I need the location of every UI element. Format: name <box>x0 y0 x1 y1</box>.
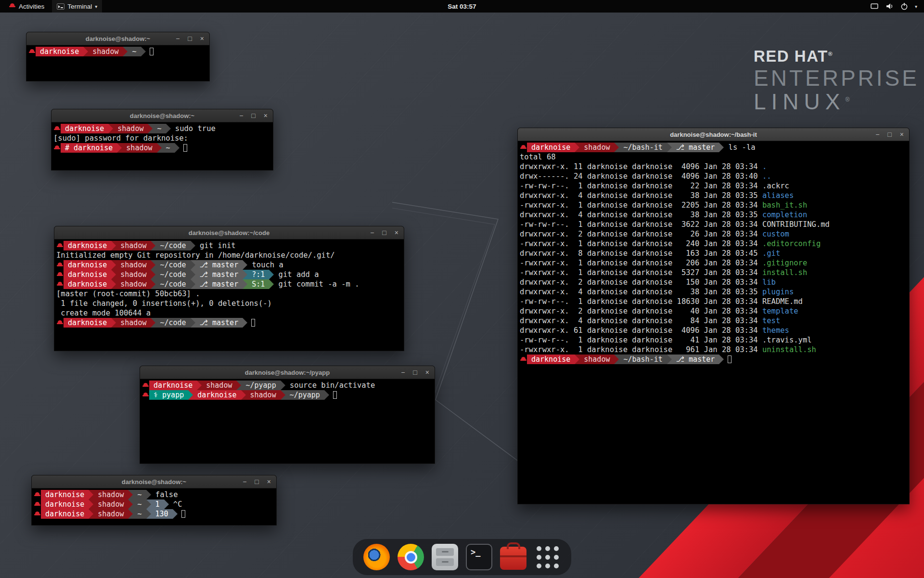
command-text: sudo true <box>171 124 216 133</box>
app-menu-terminal[interactable]: Terminal ▾ <box>52 0 102 13</box>
powerline-separator <box>191 270 195 279</box>
terminal-body[interactable]: darknoiseshadow~/bash-it⎇ master ls -lat… <box>518 141 909 364</box>
maximize-button[interactable]: □ <box>255 475 258 488</box>
output-text: completion <box>762 210 807 219</box>
minimize-button[interactable]: − <box>176 32 180 45</box>
grid-dot <box>537 546 541 551</box>
powerline-separator <box>157 143 162 153</box>
terminal-window-code[interactable]: darknoise@shadow:~/code − □ × darknoises… <box>54 226 404 351</box>
output-text: -rw-rw-r--. 1 darknoise darknoise 3622 J… <box>520 220 762 229</box>
window-titlebar[interactable]: darknoise@shadow:~ − □ × <box>26 32 209 45</box>
terminal-body[interactable]: darknoiseshadow~ sudo true[sudo] passwor… <box>51 122 273 153</box>
firefox-icon[interactable] <box>363 544 390 570</box>
minimize-button[interactable]: − <box>243 475 246 488</box>
redhat-prompt-icon <box>520 143 527 152</box>
terminal-window-sudo[interactable]: darknoise@shadow:~ − □ × darknoiseshadow… <box>51 109 273 171</box>
powerline-separator <box>667 143 672 152</box>
files-icon[interactable] <box>432 544 458 570</box>
powerline-separator <box>128 509 133 519</box>
system-status-area[interactable]: ▾ <box>870 2 924 11</box>
powerline-separator <box>89 509 93 519</box>
prompt-segment-git: ⎇ master <box>195 260 243 270</box>
output-text: drwxrwxr-x. 8 darknoise darknoise 163 Ja… <box>520 249 762 258</box>
terminal-window-exit-codes[interactable]: darknoise@shadow:~ − □ × darknoiseshadow… <box>31 475 277 525</box>
window-title: darknoise@shadow:~/bash-it <box>518 131 909 138</box>
top-bar: Activities Terminal ▾ Sat 03:57 ▾ <box>0 0 924 13</box>
minimize-button[interactable]: − <box>875 128 879 141</box>
window-controls: − □ × <box>243 475 276 488</box>
terminal-prompt-glyph: >_ <box>471 547 480 557</box>
output-text: README.md <box>762 297 803 306</box>
maximize-button[interactable]: □ <box>382 226 386 239</box>
powerline-separator <box>151 318 155 328</box>
maximize-button[interactable]: □ <box>413 366 417 379</box>
powerline-separator <box>575 355 579 364</box>
minimize-button[interactable]: − <box>370 226 374 239</box>
terminal-window-pyapp[interactable]: darknoise@shadow:~/pyapp − □ × darknoise… <box>140 366 435 464</box>
brand-redhat-line: RED HAT® <box>754 48 919 65</box>
close-button[interactable]: × <box>267 475 271 488</box>
window-controls: − □ × <box>875 128 909 141</box>
prompt-segment-host: shadow <box>579 143 614 152</box>
close-button[interactable]: × <box>900 128 904 141</box>
redhat-prompt-icon <box>53 124 61 133</box>
prompt-segment-host: shadow <box>122 143 156 153</box>
powerline-separator <box>146 509 151 519</box>
output-text: drwxrwxr-x. 11 darknoise darknoise 4096 … <box>520 162 762 171</box>
activities-label: Activities <box>19 3 44 10</box>
prompt-segment-user: darknoise <box>64 279 111 289</box>
prompt-segment-user: darknoise <box>193 390 241 400</box>
terminal-window-home-small[interactable]: darknoise@shadow:~ − □ × darknoiseshadow… <box>26 32 210 81</box>
powerline-separator <box>111 241 116 250</box>
terminal-body[interactable]: darknoiseshadow~ falsedarknoiseshadow~1 … <box>32 488 276 519</box>
prompt-segment-git: ⎇ master <box>195 270 243 279</box>
prompt-segment-dirty: ?:1 <box>247 270 269 279</box>
close-button[interactable]: × <box>425 366 429 379</box>
output-text: themes <box>762 326 789 335</box>
window-titlebar[interactable]: darknoise@shadow:~ − □ × <box>51 109 273 122</box>
close-button[interactable]: × <box>200 32 204 45</box>
terminal-window-bash-it[interactable]: darknoise@shadow:~/bash-it − □ × darknoi… <box>517 128 910 504</box>
command-text: false <box>151 490 178 499</box>
close-button[interactable]: × <box>395 226 398 239</box>
chrome-icon[interactable] <box>398 544 424 570</box>
maximize-button[interactable]: □ <box>251 109 255 122</box>
redhat-prompt-icon <box>34 509 41 519</box>
prompt-segment-user: darknoise <box>64 241 111 250</box>
maximize-button[interactable]: □ <box>188 32 192 45</box>
grid-dot <box>554 546 559 551</box>
close-button[interactable]: × <box>264 109 268 122</box>
prompt-segment-host: shadow <box>93 499 128 509</box>
powerline-separator <box>117 143 122 153</box>
toolbox-icon[interactable] <box>500 547 526 570</box>
terminal-line: darknoiseshadow~1 ^C <box>34 499 275 509</box>
terminal-body[interactable]: darknoiseshadow~/code git initInitialize… <box>54 239 404 328</box>
window-titlebar[interactable]: darknoise@shadow:~ − □ × <box>32 475 276 488</box>
prompt-segment-path: ~ <box>153 124 166 133</box>
clock[interactable]: Sat 03:57 <box>448 3 476 10</box>
terminal-icon[interactable]: >_ <box>466 544 492 570</box>
window-titlebar[interactable]: darknoise@shadow:~/pyapp − □ × <box>140 366 435 379</box>
terminal-body[interactable]: darknoiseshadow~/pyapp source bin/activa… <box>140 379 435 400</box>
maximize-button[interactable]: □ <box>887 128 891 141</box>
prompt-segment-host: shadow <box>88 47 123 56</box>
redhat-prompt-icon <box>56 260 64 270</box>
terminal-line: drwxrwxr-x. 11 darknoise darknoise 4096 … <box>520 162 908 171</box>
activities-button[interactable]: Activities <box>5 0 48 13</box>
output-text: -rw-rw-r--. 1 darknoise darknoise 22 Jan… <box>520 182 762 190</box>
powerline-separator <box>83 47 88 56</box>
chevron-down-icon: ▾ <box>95 4 97 9</box>
prompt-segment-user: darknoise <box>527 143 575 152</box>
window-titlebar[interactable]: darknoise@shadow:~/code − □ × <box>54 226 404 239</box>
window-titlebar[interactable]: darknoise@shadow:~/bash-it − □ × <box>518 128 909 141</box>
prompt-segment-path: ~/pyapp <box>241 381 280 390</box>
prompt-segment-staged: S:1 <box>247 279 269 289</box>
app-grid-icon[interactable] <box>534 544 561 570</box>
minimize-button[interactable]: − <box>239 109 243 122</box>
prompt-segment-venv: ⚕ pyapp <box>149 390 188 400</box>
minimize-button[interactable]: − <box>401 366 405 379</box>
terminal-line: 1 file changed, 0 insertions(+), 0 delet… <box>56 299 403 308</box>
output-text: drwxrwxr-x. 4 darknoise darknoise 84 Jan… <box>520 316 762 325</box>
prompt-segment-path: ~ <box>162 143 175 153</box>
terminal-body[interactable]: darknoiseshadow~ <box>26 45 209 56</box>
